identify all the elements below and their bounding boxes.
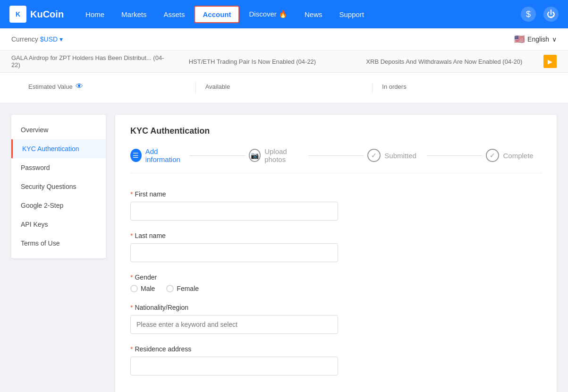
- sidebar-item-google-2step[interactable]: Google 2-Step: [11, 196, 106, 215]
- step-connector-1: [190, 155, 246, 156]
- power-icon[interactable]: ⏻: [543, 7, 559, 22]
- radio-female-circle: [166, 285, 174, 292]
- available-col: Available: [196, 83, 373, 93]
- residence-input[interactable]: [130, 357, 338, 375]
- nav-discover[interactable]: Discover 🔥: [241, 6, 295, 22]
- gender-label: * Gender: [130, 273, 542, 281]
- sub-header: Currency $USD ▾ 🇺🇸 English ∨: [0, 28, 568, 51]
- nav-news[interactable]: News: [297, 7, 330, 22]
- first-name-label: * First name: [130, 190, 542, 198]
- step-add-information: ☰ Add information: [130, 147, 186, 163]
- step-connector-3: [427, 155, 483, 156]
- radio-male[interactable]: Male: [130, 285, 155, 292]
- sidebar-item-api-keys[interactable]: API Keys: [11, 215, 106, 234]
- available-label: Available: [205, 83, 363, 90]
- sidebar-item-security-questions[interactable]: Security Questions: [11, 177, 106, 196]
- main-nav: Home Markets Assets Account Discover 🔥 N…: [78, 6, 507, 23]
- sidebar-item-overview[interactable]: Overview: [11, 120, 106, 139]
- kyc-steps: ☰ Add information 📷 Upload photos ✓ Subm…: [130, 147, 542, 173]
- main-content: Overview KYC Authentication Password Sec…: [0, 103, 568, 392]
- currency-value: $USD: [40, 35, 58, 43]
- nationality-input[interactable]: [130, 315, 338, 334]
- in-orders-col: In orders: [373, 83, 549, 93]
- currency-selector[interactable]: Currency $USD ▾: [11, 35, 63, 43]
- in-orders-label: In orders: [382, 83, 540, 90]
- ticker-item-0: GALA Airdrop for ZPT Holders Has Been Di…: [11, 54, 170, 68]
- step-submitted-icon: ✓: [367, 149, 381, 162]
- ticker-item-1: HST/ETH Trading Pair Is Now Enabled (04-…: [189, 58, 348, 65]
- step-complete-label: Complete: [503, 152, 533, 160]
- step-connector-2: [308, 155, 364, 156]
- step-submitted: ✓ Submitted: [367, 149, 423, 162]
- flag-icon: 🇺🇸: [514, 34, 525, 44]
- nav-support[interactable]: Support: [332, 7, 372, 22]
- language-value: English: [527, 35, 549, 43]
- required-star-4: *: [130, 304, 133, 311]
- first-name-group: * First name: [130, 190, 542, 221]
- estimated-value-col: Estimated Value 👁: [19, 82, 196, 94]
- ticker-item-2: XRB Deposits And Withdrawals Are Now Ena…: [366, 58, 525, 65]
- first-name-input[interactable]: [130, 202, 338, 221]
- step-complete: ✓ Complete: [486, 149, 542, 162]
- user-icon[interactable]: $: [521, 7, 536, 22]
- radio-female[interactable]: Female: [166, 285, 199, 292]
- nav-markets[interactable]: Markets: [114, 7, 154, 22]
- sidebar-item-kyc[interactable]: KYC Authentication: [11, 139, 106, 158]
- header-right: $ ⏻: [521, 7, 559, 22]
- nationality-group: * Nationality/Region: [130, 304, 542, 334]
- sidebar-item-password[interactable]: Password: [11, 158, 106, 177]
- step-complete-icon: ✓: [486, 149, 499, 162]
- ticker-arrow[interactable]: ▶: [543, 55, 557, 68]
- sidebar-item-terms-of-use[interactable]: Terms of Use: [11, 234, 106, 253]
- step-upload-photos-label: Upload photos: [264, 147, 305, 163]
- gender-group: * Gender Male Female: [130, 273, 542, 292]
- content-panel: KYC Authentication ☰ Add information 📷 U…: [115, 115, 557, 392]
- currency-label: Currency: [11, 35, 38, 43]
- logo[interactable]: K KuCoin: [9, 6, 64, 23]
- step-add-information-icon: ☰: [130, 149, 142, 162]
- gender-radio-group: Male Female: [130, 285, 542, 292]
- required-star-3: *: [130, 273, 133, 281]
- step-upload-photos: 📷 Upload photos: [249, 147, 305, 163]
- logo-text: KuCoin: [30, 9, 64, 20]
- assets-summary: Estimated Value 👁 Available In orders: [0, 73, 568, 103]
- nav-account[interactable]: Account: [194, 6, 239, 23]
- main-header: K KuCoin Home Markets Assets Account Dis…: [0, 0, 568, 28]
- last-name-label: * Last name: [130, 232, 542, 239]
- step-upload-photos-icon: 📷: [249, 149, 261, 162]
- sidebar: Overview KYC Authentication Password Sec…: [11, 115, 106, 258]
- residence-label: * Residence address: [130, 345, 542, 353]
- step-submitted-label: Submitted: [384, 152, 416, 160]
- logo-icon: K: [9, 6, 26, 23]
- step-add-information-label: Add information: [145, 147, 186, 163]
- nationality-label: * Nationality/Region: [130, 304, 542, 311]
- language-chevron: ∨: [552, 35, 557, 43]
- language-selector[interactable]: 🇺🇸 English ∨: [514, 34, 557, 44]
- last-name-input[interactable]: [130, 243, 338, 262]
- currency-chevron: ▾: [59, 35, 63, 43]
- nav-home[interactable]: Home: [78, 7, 112, 22]
- eye-icon[interactable]: 👁: [76, 82, 83, 91]
- radio-male-circle: [130, 285, 138, 292]
- estimated-value-label: Estimated Value 👁: [28, 82, 186, 91]
- required-star-5: *: [130, 345, 133, 353]
- required-star-2: *: [130, 232, 133, 239]
- nav-assets[interactable]: Assets: [156, 7, 192, 22]
- residence-group: * Residence address: [130, 345, 542, 375]
- kyc-form: * First name * Last name * Gender: [130, 190, 542, 375]
- required-star: *: [130, 190, 133, 198]
- ticker-bar: GALA Airdrop for ZPT Holders Has Been Di…: [0, 51, 568, 73]
- last-name-group: * Last name: [130, 232, 542, 262]
- page-title: KYC Authentication: [130, 126, 542, 136]
